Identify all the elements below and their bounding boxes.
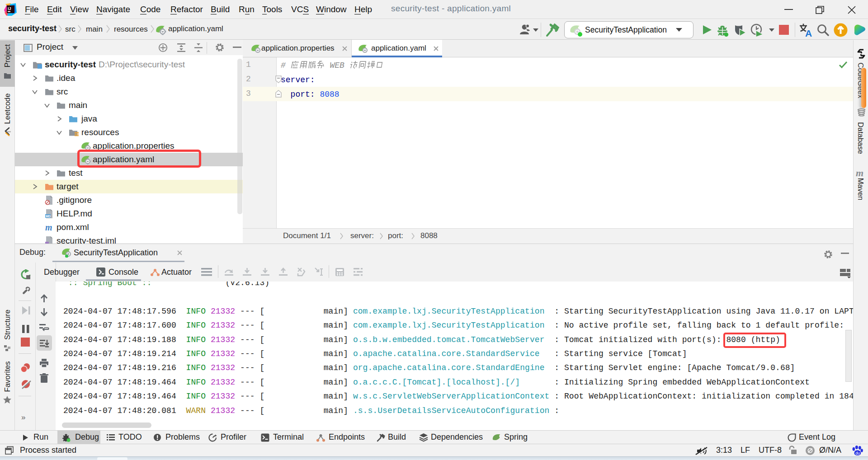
svg-text:MD: MD bbox=[46, 215, 51, 218]
svg-text:A: A bbox=[805, 28, 812, 38]
svg-text:IJ: IJ bbox=[8, 6, 11, 11]
svg-text:m: m bbox=[45, 223, 52, 232]
svg-text:du: du bbox=[855, 451, 860, 455]
